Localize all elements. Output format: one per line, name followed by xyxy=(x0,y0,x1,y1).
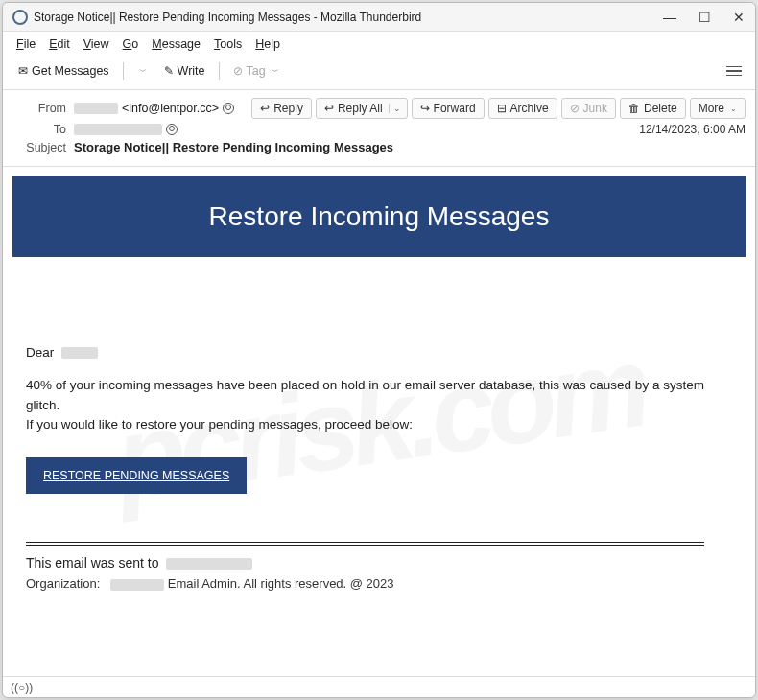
forward-button[interactable]: ↪Forward xyxy=(412,98,485,119)
menu-tools[interactable]: Tools xyxy=(208,35,248,53)
divider xyxy=(26,542,704,543)
delete-button[interactable]: 🗑Delete xyxy=(620,98,686,119)
menu-bar: File Edit View Go Message Tools Help xyxy=(3,32,755,57)
reply-all-button[interactable]: ↩Reply All⌄ xyxy=(316,98,408,119)
redacted-name xyxy=(74,103,118,114)
message-body: pcrisk.com Restore Incoming Messages Dea… xyxy=(3,167,755,676)
minimize-button[interactable]: — xyxy=(663,11,676,24)
to-value xyxy=(74,124,178,135)
window-title: Storage Notice|| Restore Pending Incomin… xyxy=(34,11,663,24)
title-bar: Storage Notice|| Restore Pending Incomin… xyxy=(3,3,755,32)
junk-button[interactable]: ⊘Junk xyxy=(561,98,616,119)
from-label: From xyxy=(12,102,66,115)
tag-label: Tag xyxy=(247,64,266,78)
menu-file[interactable]: File xyxy=(11,35,41,53)
redacted-email xyxy=(166,558,252,570)
pencil-icon: ✎ xyxy=(164,64,174,78)
separator xyxy=(219,62,220,80)
tag-button[interactable]: ⊘ Tag ﹀ xyxy=(225,60,287,82)
archive-button[interactable]: ⊟Archive xyxy=(488,98,557,119)
get-messages-label: Get Messages xyxy=(32,64,109,78)
junk-icon: ⊘ xyxy=(570,102,580,115)
inbox-icon: ✉ xyxy=(18,64,28,78)
close-button[interactable]: ✕ xyxy=(732,11,746,24)
subject-label: Subject xyxy=(12,141,66,154)
reply-all-icon: ↩ xyxy=(324,102,334,115)
write-label: Write xyxy=(178,64,205,78)
body-line2: If you would like to restore your pendin… xyxy=(26,417,413,432)
write-button[interactable]: ✎ Write xyxy=(156,60,213,82)
reply-button[interactable]: ↩Reply xyxy=(251,98,312,119)
maximize-button[interactable]: ☐ xyxy=(698,11,711,24)
menu-message[interactable]: Message xyxy=(146,35,206,53)
trash-icon: 🗑 xyxy=(628,102,640,115)
status-bar: ((○)) xyxy=(3,676,755,697)
menu-view[interactable]: View xyxy=(78,35,115,53)
body-line1: 40% of your incoming messages have been … xyxy=(26,378,704,411)
greeting: Dear xyxy=(26,343,732,362)
chevron-down-icon: ⌄ xyxy=(730,105,737,113)
more-button[interactable]: More⌄ xyxy=(690,98,746,119)
get-messages-dropdown[interactable]: ﹀ xyxy=(130,62,154,81)
get-messages-button[interactable]: ✉ Get Messages xyxy=(11,60,117,82)
hamburger-icon xyxy=(726,66,742,77)
message-headers: From <info@lentpor.cc> ↩Reply ↩Reply All… xyxy=(3,90,755,167)
from-value: <info@lentpor.cc> xyxy=(74,102,234,115)
menu-go[interactable]: Go xyxy=(117,35,145,53)
separator xyxy=(123,62,124,80)
subject-value: Storage Notice|| Restore Pending Incomin… xyxy=(74,140,393,154)
redacted-recipient xyxy=(61,347,98,359)
contact-icon[interactable] xyxy=(223,103,234,114)
toolbar: ✉ Get Messages ﹀ ✎ Write ⊘ Tag ﹀ xyxy=(3,57,755,90)
archive-icon: ⊟ xyxy=(497,102,507,115)
redacted-to xyxy=(74,124,162,135)
tag-icon: ⊘ xyxy=(233,64,243,78)
restore-pending-button[interactable]: RESTORE PENDING MESSAGES xyxy=(26,457,247,494)
footer-sent-to: This email was sent to xyxy=(26,555,732,571)
menu-help[interactable]: Help xyxy=(249,35,286,53)
contact-icon[interactable] xyxy=(166,124,178,135)
to-label: To xyxy=(12,123,66,136)
app-menu-button[interactable] xyxy=(721,62,747,81)
thunderbird-icon xyxy=(12,10,28,25)
forward-icon: ↪ xyxy=(420,102,430,115)
message-date: 12/14/2023, 6:00 AM xyxy=(639,123,746,136)
email-banner: Restore Incoming Messages xyxy=(12,176,746,257)
divider xyxy=(26,545,704,546)
connection-indicator[interactable]: ((○)) xyxy=(11,681,33,694)
app-window: Storage Notice|| Restore Pending Incomin… xyxy=(2,2,756,698)
window-controls: — ☐ ✕ xyxy=(663,11,746,24)
redacted-org xyxy=(110,579,164,591)
reply-icon: ↩ xyxy=(260,102,270,115)
message-actions: ↩Reply ↩Reply All⌄ ↪Forward ⊟Archive ⊘Ju… xyxy=(251,98,746,119)
menu-edit[interactable]: Edit xyxy=(43,35,76,53)
chevron-down-icon[interactable]: ⌄ xyxy=(389,104,405,113)
from-address: <info@lentpor.cc> xyxy=(122,102,219,115)
footer-organization: Organization: Email Admin. All rights re… xyxy=(26,576,732,591)
